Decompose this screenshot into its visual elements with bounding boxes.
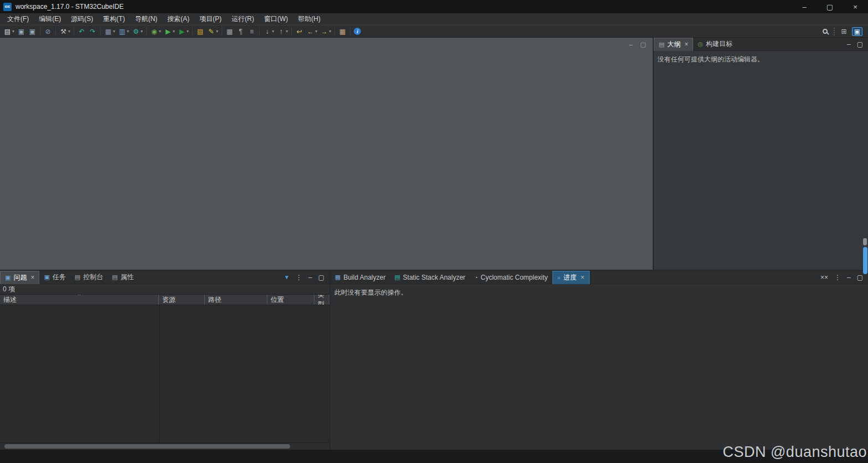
- minimize-button[interactable]: –: [792, 0, 817, 13]
- menu-file[interactable]: 文件(F): [2, 13, 34, 25]
- outline-minimize-button[interactable]: –: [847, 40, 851, 48]
- open-element-button[interactable]: ▤: [195, 26, 205, 37]
- tab-build-analyzer-label: Build Analyzer: [343, 274, 385, 281]
- menu-window[interactable]: 窗口(W): [259, 13, 293, 25]
- menu-help[interactable]: 帮助(H): [293, 13, 326, 25]
- tab-progress[interactable]: » 进度 ×: [552, 271, 590, 284]
- tab-build-analyzer[interactable]: ▦ Build Analyzer: [330, 271, 390, 284]
- show-whitespace-button[interactable]: ¶: [235, 26, 246, 37]
- open-perspective-icon[interactable]: ⊞: [841, 28, 847, 35]
- analyzer-minimize-button[interactable]: –: [847, 274, 851, 281]
- edge-scroll-handle[interactable]: [863, 238, 867, 245]
- view-menu-icon[interactable]: ⋮: [296, 274, 302, 281]
- pin-editor-button[interactable]: ▦: [337, 26, 348, 37]
- back-button[interactable]: ← ▾: [305, 26, 318, 37]
- remove-all-icon[interactable]: ××: [820, 274, 828, 281]
- active-perspective-icon[interactable]: ▣: [852, 27, 862, 36]
- chevron-down-icon[interactable]: ▾: [141, 29, 143, 34]
- outline-maximize-button[interactable]: ▢: [857, 40, 863, 48]
- back-icon: ←: [306, 27, 314, 37]
- menu-project[interactable]: 项目(P): [194, 13, 226, 25]
- undo-button[interactable]: ↶: [76, 26, 87, 37]
- save-button[interactable]: ▣: [16, 26, 27, 37]
- generate-code-button[interactable]: ⚙ ▾: [131, 26, 144, 37]
- menu-edit[interactable]: 编辑(E): [34, 13, 66, 25]
- console-tab-icon: ▤: [75, 274, 80, 281]
- forward-button[interactable]: → ▾: [319, 26, 332, 37]
- problems-maximize-button[interactable]: ▢: [318, 274, 324, 281]
- redo-button[interactable]: ↷: [87, 26, 98, 37]
- tab-close-icon[interactable]: ×: [684, 40, 688, 48]
- filter-icon[interactable]: ▼: [284, 274, 290, 280]
- word-wrap-button[interactable]: ≡: [246, 26, 257, 37]
- tab-cyclomatic-complexity[interactable]: ◔ Cyclomatic Complexity: [470, 271, 552, 284]
- editor-maximize-button[interactable]: ▢: [640, 41, 646, 48]
- column-header-description[interactable]: 描述 ^: [0, 295, 159, 305]
- chevron-down-icon[interactable]: ▾: [127, 29, 129, 34]
- chevron-down-icon[interactable]: ▾: [216, 29, 218, 34]
- chevron-down-icon[interactable]: ▾: [286, 29, 288, 34]
- chevron-down-icon[interactable]: ▾: [272, 29, 274, 34]
- run-button[interactable]: ▶ ▾: [163, 26, 176, 37]
- chevron-down-icon[interactable]: ▾: [159, 29, 161, 34]
- menu-run[interactable]: 运行(R): [226, 13, 259, 25]
- toolbar-separator: [146, 27, 147, 35]
- new-window-icon: ▦: [225, 27, 234, 37]
- toggle-highlight-button[interactable]: ✎ ▾: [206, 26, 219, 37]
- build-button[interactable]: ⚒ ▾: [58, 26, 71, 37]
- problems-minimize-button[interactable]: –: [308, 274, 312, 281]
- chevron-down-icon[interactable]: ▾: [329, 29, 331, 34]
- horizontal-scrollbar[interactable]: [0, 443, 329, 450]
- external-tools-button[interactable]: ▶ ▾: [177, 26, 190, 37]
- tab-console[interactable]: ▤ 控制台: [70, 271, 107, 284]
- view-menu-icon[interactable]: ⋮: [834, 274, 841, 281]
- editor-minimize-button[interactable]: –: [629, 41, 632, 48]
- menu-search[interactable]: 搜索(A): [162, 13, 194, 25]
- chevron-down-icon[interactable]: ▾: [113, 29, 115, 34]
- info-button[interactable]: i: [353, 26, 362, 37]
- new-wizard-icon: ▤: [3, 27, 12, 37]
- menu-source[interactable]: 源码(S): [66, 13, 98, 25]
- next-annotation-icon: ↓: [263, 27, 271, 37]
- search-icon[interactable]: [823, 29, 828, 34]
- tab-build-targets[interactable]: ◎ 构建目标: [693, 38, 737, 51]
- menu-navigate[interactable]: 导航(N): [130, 13, 163, 25]
- tab-problems[interactable]: ▣ 问题 ×: [0, 271, 39, 284]
- chevron-down-icon[interactable]: ▾: [12, 29, 14, 34]
- column-header-location[interactable]: 位置: [267, 295, 314, 305]
- tab-properties[interactable]: ▤ 属性: [107, 271, 138, 284]
- close-button[interactable]: ×: [843, 0, 868, 13]
- skip-all-breakpoints-button[interactable]: ⊘: [43, 26, 53, 37]
- chevron-down-icon[interactable]: ▾: [68, 29, 70, 34]
- show-whitespace-icon: ¶: [236, 27, 245, 37]
- chevron-down-icon[interactable]: ▾: [187, 29, 189, 34]
- tab-tasks[interactable]: ▣ 任务: [39, 271, 70, 284]
- maximize-button[interactable]: ▢: [817, 0, 843, 13]
- previous-annotation-button[interactable]: ↑ ▾: [276, 26, 289, 37]
- tab-close-icon[interactable]: ×: [581, 274, 585, 281]
- device-configuration-button[interactable]: ▦ ▾: [103, 26, 116, 37]
- new-stm32-project-button[interactable]: ▥ ▾: [117, 26, 130, 37]
- debug-button[interactable]: ◉ ▾: [149, 26, 162, 37]
- column-label: 资源: [162, 295, 175, 305]
- last-edit-location-button[interactable]: ↩: [294, 26, 304, 37]
- chevron-down-icon[interactable]: ▾: [173, 29, 175, 34]
- tab-outline[interactable]: ▤ 大纲 ×: [654, 38, 693, 51]
- new-window-button[interactable]: ▦: [224, 26, 235, 37]
- column-header-resource[interactable]: 资源: [159, 295, 205, 305]
- scrollbar-thumb[interactable]: [4, 444, 290, 449]
- pin-editor-icon: ▦: [338, 27, 347, 37]
- column-header-type[interactable]: 类型: [314, 295, 329, 305]
- tab-static-stack-analyzer[interactable]: ▤ Static Stack Analyzer: [390, 271, 469, 284]
- tab-close-icon[interactable]: ×: [30, 274, 34, 281]
- menu-refactor[interactable]: 重构(T): [98, 13, 130, 25]
- analyzer-maximize-button[interactable]: ▢: [857, 274, 863, 281]
- edge-scroll-thumb[interactable]: [863, 247, 867, 274]
- editor-minmax-controls: – ▢: [629, 41, 646, 48]
- analyzer-panel-toolbar: ×× ⋮ – ▢: [820, 274, 868, 281]
- new-wizard-button[interactable]: ▤ ▾: [2, 26, 16, 37]
- next-annotation-button[interactable]: ↓ ▾: [262, 26, 275, 37]
- save-all-button[interactable]: ▣: [27, 26, 38, 37]
- chevron-down-icon[interactable]: ▾: [315, 29, 317, 34]
- column-header-path[interactable]: 路径: [205, 295, 267, 305]
